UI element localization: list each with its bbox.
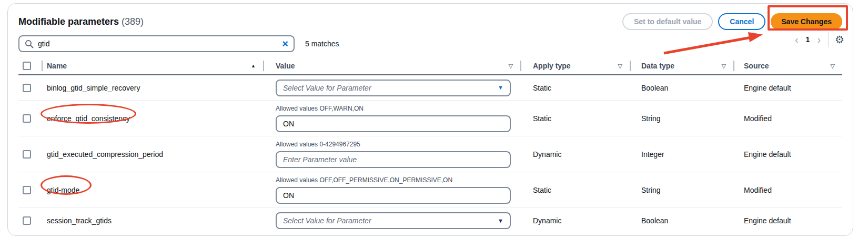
source-value: Engine default: [744, 84, 791, 92]
table-row: gtid_executed_compression_period Allowed…: [18, 136, 842, 172]
select-all-checkbox[interactable]: [23, 62, 31, 70]
current-page-number[interactable]: 1: [806, 35, 810, 44]
column-label: Source: [744, 62, 769, 70]
column-label: Apply type: [533, 62, 571, 70]
header-checkbox-cell: [18, 57, 42, 74]
settings-gear-icon[interactable]: ⚙: [835, 34, 844, 45]
apply-type-value: Static: [533, 186, 551, 194]
table-row: enforce_gtid_consistency Allowed values …: [18, 101, 842, 136]
column-header-name[interactable]: Name ▲: [42, 57, 263, 74]
allowed-values-hint: Allowed values 0-4294967295: [276, 141, 511, 148]
row-checkbox[interactable]: [23, 186, 31, 194]
filter-icon[interactable]: ▽: [618, 63, 622, 70]
modifiable-parameters-panel: Modifiable parameters(389) Set to defaul…: [7, 3, 853, 236]
column-header-data-type[interactable]: Data type ▽: [630, 57, 733, 74]
data-type-value: Boolean: [641, 216, 668, 225]
parameter-name: gtid_executed_compression_period: [47, 150, 163, 159]
table-row: binlog_gtid_simple_recovery Select Value…: [18, 75, 842, 101]
allowed-values-hint: Allowed values OFF,OFF_PERMISSIVE,ON_PER…: [276, 176, 511, 184]
page-title: Modifiable parameters(389): [18, 16, 144, 27]
row-checkbox[interactable]: [23, 84, 31, 92]
search-box: ×: [18, 35, 295, 52]
data-type-value: Boolean: [641, 84, 668, 92]
clear-search-icon[interactable]: ×: [282, 38, 288, 49]
dropdown-caret-icon: ▼: [498, 85, 503, 91]
table-row: session_track_gtids Select Value for Par…: [18, 208, 842, 233]
apply-type-value: Static: [533, 84, 551, 92]
allowed-values-hint: Allowed values OFF,WARN,ON: [276, 105, 511, 112]
set-to-default-button[interactable]: Set to default value: [622, 13, 713, 30]
panel-title-text: Modifiable parameters: [18, 16, 119, 27]
source-value: Engine default: [744, 150, 791, 159]
table-header-row: Name ▲ Value ▽ Apply type ▽ Data type ▽ …: [18, 57, 842, 75]
parameters-table: Name ▲ Value ▽ Apply type ▽ Data type ▽ …: [18, 57, 842, 233]
source-value: Modified: [744, 186, 772, 194]
action-buttons: Set to default value Cancel Save Changes: [622, 13, 842, 30]
parameter-name: binlog_gtid_simple_recovery: [47, 84, 140, 92]
value-select[interactable]: Select Value for Parameter ▼: [276, 212, 511, 229]
table-row: gtid-mode Allowed values OFF,OFF_PERMISS…: [18, 172, 842, 208]
match-count-label: 5 matches: [305, 39, 339, 48]
search-input[interactable]: [38, 39, 278, 48]
cancel-button[interactable]: Cancel: [718, 13, 765, 30]
column-header-source[interactable]: Source ▽: [733, 57, 842, 74]
apply-type-value: Dynamic: [533, 150, 561, 159]
apply-type-value: Dynamic: [533, 216, 561, 225]
panel-header: Modifiable parameters(389) Set to defaul…: [18, 13, 842, 30]
value-select[interactable]: Select Value for Parameter ▼: [276, 80, 511, 96]
row-checkbox[interactable]: [23, 114, 31, 123]
search-icon: [25, 39, 34, 48]
source-value: Modified: [744, 114, 772, 123]
column-label: Value: [276, 62, 295, 70]
value-input[interactable]: [276, 115, 511, 132]
row-checkbox[interactable]: [23, 216, 31, 225]
filter-icon[interactable]: ▽: [722, 63, 726, 70]
parameter-name: session_track_gtids: [47, 216, 112, 225]
row-checkbox[interactable]: [23, 150, 31, 159]
column-header-apply-type[interactable]: Apply type ▽: [520, 57, 630, 74]
apply-type-value: Static: [533, 114, 551, 123]
column-label: Name: [47, 62, 67, 70]
next-page-button[interactable]: ›: [816, 34, 822, 45]
sort-ascending-icon[interactable]: ▲: [251, 63, 256, 68]
value-input[interactable]: [276, 151, 511, 168]
pagination: ‹ 1 › ⚙: [794, 31, 844, 48]
source-value: Engine default: [744, 216, 791, 225]
data-type-value: Integer: [641, 150, 664, 159]
filter-icon[interactable]: ▽: [831, 63, 835, 70]
previous-page-button[interactable]: ‹: [794, 34, 800, 45]
filter-row: × 5 matches: [18, 35, 842, 52]
column-header-value[interactable]: Value ▽: [263, 57, 520, 74]
panel-count: (389): [122, 16, 144, 27]
value-input[interactable]: [276, 187, 511, 204]
data-type-value: String: [641, 114, 661, 123]
dropdown-caret-icon: ▼: [498, 218, 503, 224]
filter-icon[interactable]: ▽: [509, 63, 513, 70]
select-placeholder: Select Value for Parameter: [283, 216, 371, 225]
parameter-name: gtid-mode: [47, 186, 79, 194]
parameter-name: enforce_gtid_consistency: [47, 114, 130, 123]
column-label: Data type: [641, 62, 674, 70]
select-placeholder: Select Value for Parameter: [283, 84, 371, 92]
pagination-divider: [828, 32, 829, 47]
data-type-value: String: [641, 186, 661, 194]
save-changes-button[interactable]: Save Changes: [771, 13, 842, 30]
